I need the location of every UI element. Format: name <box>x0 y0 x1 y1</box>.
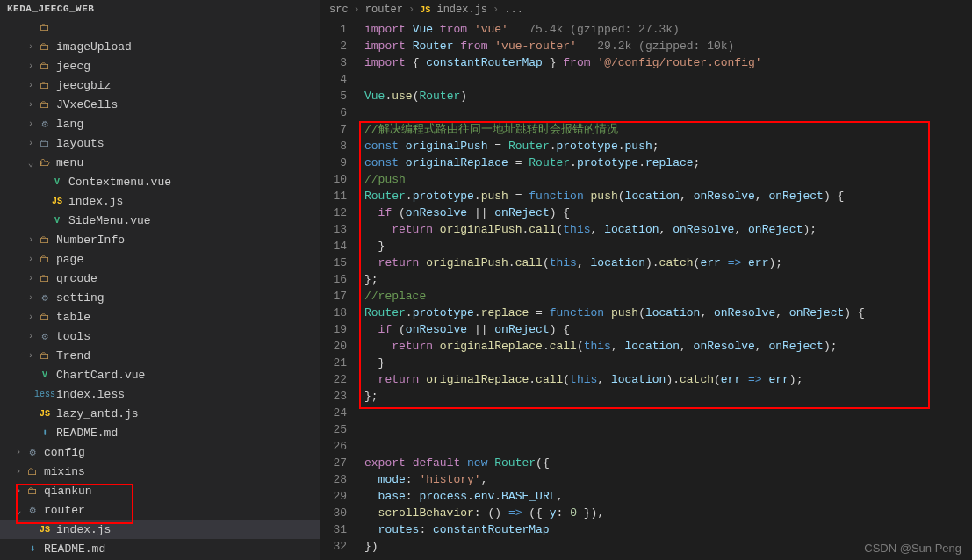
code-line[interactable]: if (onResolve || onReject) { <box>364 205 972 221</box>
code-line[interactable]: import { constantRouterMap } from '@/con… <box>364 54 972 71</box>
code-line[interactable] <box>364 405 972 421</box>
code-line[interactable]: //解决编程式路由往同一地址跳转时会报错的情况 <box>364 121 972 138</box>
code-line[interactable]: const originalReplace = Router.prototype… <box>364 154 972 171</box>
tree-item-label: README.md <box>44 542 105 556</box>
line-number: 14 <box>320 238 347 255</box>
tree-item-label: NumberInfo <box>56 233 125 247</box>
chevron-icon: › <box>25 273 37 284</box>
code-line[interactable]: return originalPush.call(this, location,… <box>364 221 972 238</box>
code-line[interactable]: routes: constantRouterMap <box>364 521 972 538</box>
tree-item-readme-md[interactable]: ⬇README.md <box>0 423 320 442</box>
tree-item-label: lang <box>56 118 83 131</box>
tree-item-qiankun[interactable]: ›🗀qiankun <box>0 481 320 500</box>
code-line[interactable]: Router.prototype.replace = function push… <box>364 305 972 321</box>
chevron-icon: › <box>25 254 37 264</box>
tree-item-lang[interactable]: ›⚙lang <box>0 114 320 133</box>
code-line[interactable]: if (onResolve || onReject) { <box>364 321 972 338</box>
chevron-icon: › <box>25 331 37 341</box>
code-line[interactable]: scrollBehavior: () => ({ y: 0 }), <box>364 505 972 521</box>
code-line[interactable]: const originalPush = Router.prototype.pu… <box>364 138 972 154</box>
code-line[interactable]: //replace <box>364 288 972 305</box>
tree-item-chartcard-vue[interactable]: VChartCard.vue <box>0 365 320 384</box>
line-number: 1 <box>320 21 347 38</box>
line-numbers: 1234567891011121314151617181920212223242… <box>320 19 356 560</box>
line-number: 28 <box>320 471 347 488</box>
code-line[interactable]: return originalReplace.call(this, locati… <box>364 371 972 388</box>
code-line[interactable]: //push <box>364 171 972 188</box>
code-area[interactable]: 1234567891011121314151617181920212223242… <box>320 19 972 560</box>
tree-item-menu[interactable]: ⌄🗁menu <box>0 153 320 172</box>
tree-item-mixins[interactable]: ›🗀mixins <box>0 462 320 481</box>
tree-item-label: index.js <box>68 195 123 208</box>
code-line[interactable]: mode: 'history', <box>364 471 972 488</box>
tree-item-index-js[interactable]: JSindex.js <box>0 520 320 539</box>
line-number: 30 <box>320 505 347 521</box>
code-content[interactable]: import Vue from 'vue' 75.4k (gzipped: 27… <box>356 19 972 560</box>
tree-item-jeecg[interactable]: ›🗀jeecg <box>0 56 320 75</box>
tree-item-jeecgbiz[interactable]: ›🗀jeecgbiz <box>0 75 320 95</box>
config-icon: ⚙ <box>37 117 53 131</box>
code-line[interactable]: import Vue from 'vue' 75.4k (gzipped: 27… <box>364 21 972 38</box>
tree-item-router[interactable]: ⌄⚙router <box>0 500 320 520</box>
markdown-icon: ⬇ <box>37 426 53 440</box>
line-number: 24 <box>320 405 347 421</box>
code-line[interactable]: Router.prototype.push = function push(lo… <box>364 188 972 205</box>
code-line[interactable]: base: process.env.BASE_URL, <box>364 488 972 505</box>
code-line[interactable]: } <box>364 355 972 371</box>
breadcrumb[interactable]: src › router › JS JS index.jsindex.js › … <box>320 0 972 19</box>
code-line[interactable]: return originalReplace.call(this, locati… <box>364 338 972 355</box>
code-line[interactable] <box>364 71 972 88</box>
tree-item-layouts[interactable]: ›🗀layouts <box>0 133 320 153</box>
code-line[interactable] <box>364 104 972 121</box>
tree-item-label: Trend <box>56 349 90 363</box>
code-line[interactable] <box>364 421 972 438</box>
line-number: 3 <box>320 54 347 71</box>
breadcrumb-item[interactable]: JS JS index.jsindex.js <box>420 4 487 16</box>
line-number: 7 <box>320 121 347 138</box>
chevron-icon: › <box>12 447 25 457</box>
code-line[interactable]: }; <box>364 388 972 405</box>
tree-item-setting[interactable]: ›⚙setting <box>0 288 320 307</box>
breadcrumb-item[interactable]: src <box>329 4 349 16</box>
tree-item-trend[interactable]: ›🗀Trend <box>0 346 320 365</box>
line-number: 19 <box>320 321 347 338</box>
tree-item-tools[interactable]: ›⚙tools <box>0 327 320 346</box>
tree-item-label: page <box>56 253 83 266</box>
code-line[interactable]: }; <box>364 271 972 288</box>
tree-item-index-less[interactable]: lessindex.less <box>0 384 320 404</box>
chevron-icon: › <box>25 80 37 90</box>
chevron-icon: › <box>25 61 37 71</box>
tree-item-sidemenu-vue[interactable]: VSideMenu.vue <box>0 211 320 230</box>
tree-item-table[interactable]: ›🗀table <box>0 307 320 327</box>
tree-item-index-js[interactable]: JSindex.js <box>0 191 320 211</box>
tree-item-label: qiankun <box>44 485 92 498</box>
tree-item-imageupload[interactable]: ›🗀imageUpload <box>0 37 320 56</box>
line-number: 26 <box>320 438 347 455</box>
code-line[interactable]: return originalPush.call(this, location)… <box>364 255 972 271</box>
editor: src › router › JS JS index.jsindex.js › … <box>320 0 972 560</box>
config-icon: ⚙ <box>37 291 53 305</box>
tree-item-lazy-antd-js[interactable]: JSlazy_antd.js <box>0 404 320 423</box>
tree-item-page[interactable]: ›🗀page <box>0 249 320 269</box>
tree-item-jvxecells[interactable]: ›🗀JVxeCells <box>0 95 320 114</box>
tree-item-numberinfo[interactable]: ›🗀NumberInfo <box>0 230 320 249</box>
tree-item-qrcode[interactable]: ›🗀qrcode <box>0 269 320 288</box>
tree-item-label: mixins <box>44 465 85 478</box>
tree-item-readme-md[interactable]: ⬇README.md <box>0 539 320 558</box>
code-line[interactable]: Vue.use(Router) <box>364 88 972 104</box>
code-line[interactable]: import Router from 'vue-router' 29.2k (g… <box>364 38 972 54</box>
code-line[interactable] <box>364 438 972 455</box>
tree-item-label: Contextmenu.vue <box>68 176 171 189</box>
code-line[interactable]: } <box>364 238 972 255</box>
tree-item-config[interactable]: ›⚙config <box>0 442 320 462</box>
breadcrumb-item[interactable]: router <box>365 4 403 16</box>
chevron-icon: ⌄ <box>12 505 25 516</box>
folder-icon: 🗀 <box>37 97 53 111</box>
file-explorer[interactable]: KEDA_JEECG_WEB 🗀›🗀imageUpload›🗀jeecg›🗀je… <box>0 0 320 560</box>
tree-item-contextmenu-vue[interactable]: VContextmenu.vue <box>0 172 320 191</box>
tree-item-label: config <box>44 446 85 459</box>
chevron-right-icon: › <box>408 4 414 16</box>
tree-item-label: JVxeCells <box>56 98 118 111</box>
tree-item-item[interactable]: 🗀 <box>0 18 320 37</box>
code-line[interactable]: export default new Router({ <box>364 455 972 471</box>
